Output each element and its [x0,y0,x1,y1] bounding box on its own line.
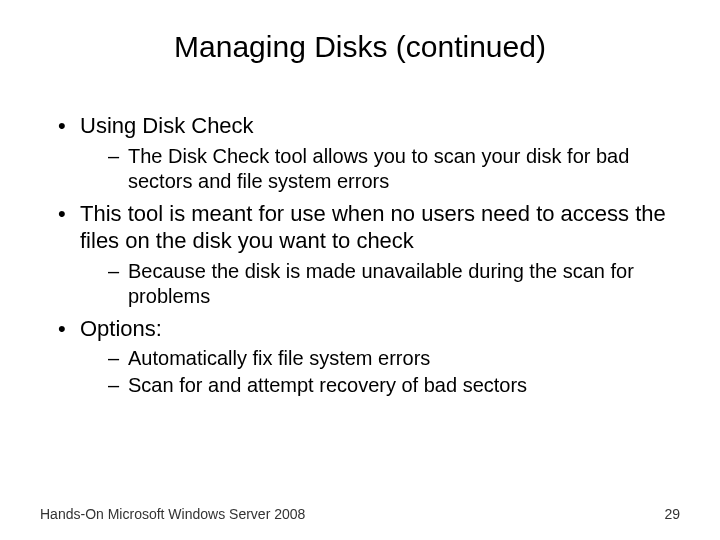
slide-content: Using Disk Check The Disk Check tool all… [40,112,680,398]
bullet-text: Options: [80,316,162,341]
bullet-list: Using Disk Check The Disk Check tool all… [40,112,680,398]
footer-source: Hands-On Microsoft Windows Server 2008 [40,506,305,522]
sub-bullet-list: The Disk Check tool allows you to scan y… [80,144,680,194]
sub-bullet-list: Because the disk is made unavailable dur… [80,259,680,309]
bullet-text: Using Disk Check [80,113,254,138]
bullet-item: Options: Automatically fix file system e… [58,315,680,399]
sub-bullet-item: Automatically fix file system errors [108,346,680,371]
bullet-item: This tool is meant for use when no users… [58,200,680,309]
sub-bullet-item: Scan for and attempt recovery of bad sec… [108,373,680,398]
bullet-item: Using Disk Check The Disk Check tool all… [58,112,680,194]
slide: Managing Disks (continued) Using Disk Ch… [0,0,720,540]
sub-bullet-text: The Disk Check tool allows you to scan y… [128,145,629,192]
bullet-text: This tool is meant for use when no users… [80,201,666,254]
slide-footer: Hands-On Microsoft Windows Server 2008 2… [40,506,680,522]
sub-bullet-item: The Disk Check tool allows you to scan y… [108,144,680,194]
sub-bullet-list: Automatically fix file system errors Sca… [80,346,680,398]
sub-bullet-text: Because the disk is made unavailable dur… [128,260,634,307]
slide-title: Managing Disks (continued) [40,30,680,64]
sub-bullet-item: Because the disk is made unavailable dur… [108,259,680,309]
page-number: 29 [664,506,680,522]
sub-bullet-text: Automatically fix file system errors [128,347,430,369]
sub-bullet-text: Scan for and attempt recovery of bad sec… [128,374,527,396]
